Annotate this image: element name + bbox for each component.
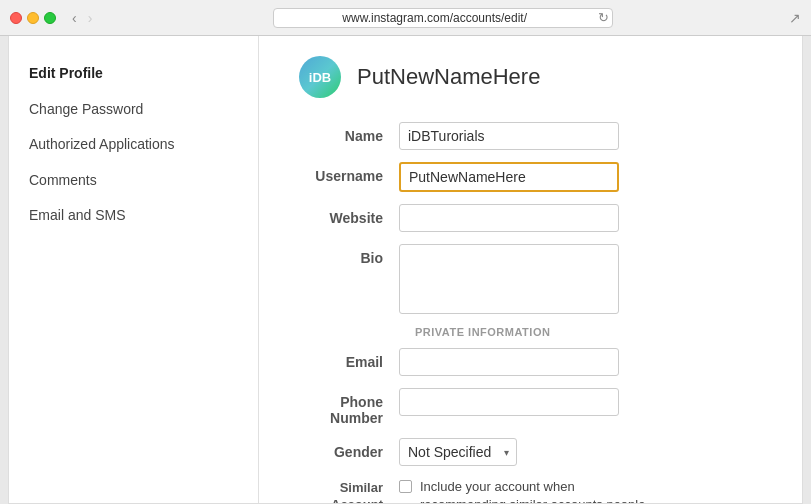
gender-select-wrap: Not Specified Male Female Custom ▾ bbox=[399, 438, 517, 466]
phone-row: Phone Number bbox=[299, 388, 762, 426]
minimize-button[interactable] bbox=[27, 12, 39, 24]
sidebar-item-change-password[interactable]: Change Password bbox=[9, 92, 258, 128]
username-input[interactable] bbox=[399, 162, 619, 192]
nav-buttons: ‹ › bbox=[68, 9, 96, 27]
bio-label: Bio bbox=[299, 244, 399, 266]
email-input[interactable] bbox=[399, 348, 619, 376]
gender-select[interactable]: Not Specified Male Female Custom bbox=[399, 438, 517, 466]
close-button[interactable] bbox=[10, 12, 22, 24]
share-icon[interactable]: ↗ bbox=[789, 10, 801, 26]
sidebar-item-email-and-sms[interactable]: Email and SMS bbox=[9, 198, 258, 234]
phone-label: Phone Number bbox=[299, 388, 399, 426]
main-content: iDB PutNewNameHere Name Username Website… bbox=[259, 36, 802, 503]
suggestions-text: Include your account when recommending s… bbox=[420, 478, 659, 503]
back-button[interactable]: ‹ bbox=[68, 9, 81, 27]
name-row: Name bbox=[299, 122, 762, 150]
bio-row: Bio bbox=[299, 244, 762, 314]
address-bar[interactable]: www.instagram.com/accounts/edit/ bbox=[273, 8, 613, 28]
avatar: iDB bbox=[299, 56, 341, 98]
gender-row: Gender Not Specified Male Female Custom … bbox=[299, 438, 762, 466]
phone-input[interactable] bbox=[399, 388, 619, 416]
name-label: Name bbox=[299, 122, 399, 144]
forward-button[interactable]: › bbox=[84, 9, 97, 27]
bio-input[interactable] bbox=[399, 244, 619, 314]
maximize-button[interactable] bbox=[44, 12, 56, 24]
suggestions-label: Similar Account Suggestions bbox=[299, 478, 399, 503]
private-section-label: PRIVATE INFORMATION bbox=[415, 326, 762, 338]
gender-label: Gender bbox=[299, 438, 399, 460]
reload-button[interactable]: ↻ bbox=[598, 10, 609, 25]
suggestions-content: Include your account when recommending s… bbox=[399, 478, 659, 503]
username-row: Username bbox=[299, 162, 762, 192]
traffic-lights bbox=[10, 12, 56, 24]
profile-name: PutNewNameHere bbox=[357, 64, 540, 90]
suggestions-checkbox[interactable] bbox=[399, 480, 412, 493]
website-row: Website bbox=[299, 204, 762, 232]
page-content: Edit Profile Change Password Authorized … bbox=[8, 36, 803, 504]
username-label: Username bbox=[299, 162, 399, 184]
address-bar-wrap: www.instagram.com/accounts/edit/ ↻ bbox=[104, 8, 781, 28]
browser-chrome: ‹ › www.instagram.com/accounts/edit/ ↻ ↗ bbox=[0, 0, 811, 36]
name-input[interactable] bbox=[399, 122, 619, 150]
suggestions-row: Similar Account Suggestions Include your… bbox=[299, 478, 762, 503]
email-row: Email bbox=[299, 348, 762, 376]
sidebar-item-authorized-applications[interactable]: Authorized Applications bbox=[9, 127, 258, 163]
sidebar: Edit Profile Change Password Authorized … bbox=[9, 36, 259, 503]
toolbar-right: ↗ bbox=[789, 10, 801, 26]
profile-header: iDB PutNewNameHere bbox=[299, 56, 762, 98]
website-label: Website bbox=[299, 204, 399, 226]
sidebar-item-edit-profile[interactable]: Edit Profile bbox=[9, 56, 258, 92]
website-input[interactable] bbox=[399, 204, 619, 232]
email-label: Email bbox=[299, 348, 399, 370]
sidebar-item-comments[interactable]: Comments bbox=[9, 163, 258, 199]
